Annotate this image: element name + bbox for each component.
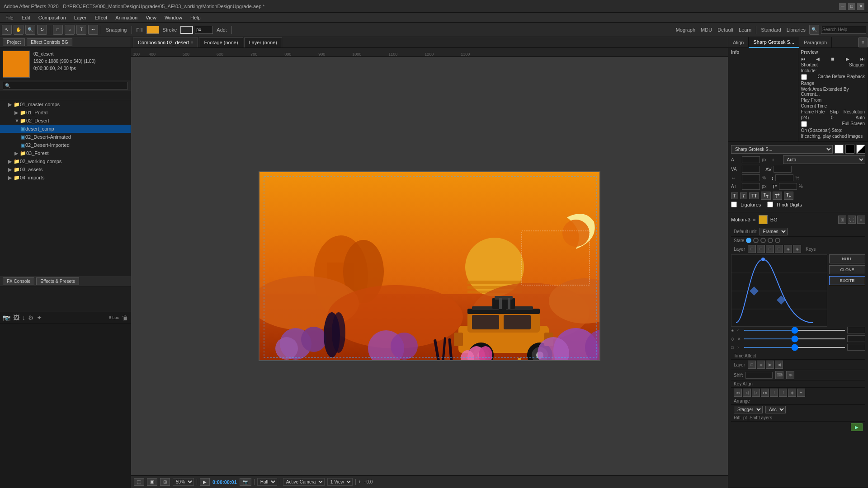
tab-character[interactable]: Sharp Grotesk S... [749,37,799,48]
ligatures-checkbox[interactable] [731,202,737,207]
menu-window[interactable]: Window [161,14,186,21]
prev-frame-icon[interactable]: ⏮ [801,56,806,61]
delete-icon[interactable]: 🗑 [122,314,128,321]
lc-icon-2[interactable]: ◈ [757,361,765,369]
show-channel-button[interactable]: ▣ [147,478,157,486]
state-4[interactable] [768,238,773,243]
state-3[interactable] [760,238,766,243]
hand-tool[interactable]: ✋ [14,25,24,35]
smallcaps-btn[interactable]: TT [761,192,770,200]
allcaps-btn[interactable]: TT [749,192,759,199]
fullscreen-icon[interactable]: ⛶ [848,216,856,224]
lc-icon-1[interactable]: □ [748,361,756,369]
font-color-black[interactable] [845,145,854,154]
layer-icon-6[interactable]: ◈ [793,245,801,253]
pen-tool[interactable]: ✒ [88,25,98,35]
ka-btn-8[interactable]: ✦ [797,389,805,397]
tab-paragraph[interactable]: Paragraph [799,37,832,48]
state-1[interactable] [746,238,751,243]
window-controls[interactable]: ─ □ ✕ [839,3,864,10]
bold-btn[interactable]: T [731,192,738,199]
tree-item-portal[interactable]: ▶ 📁 01_Portal [0,108,131,117]
tree-item-desert-imp[interactable]: ▣ 02_Desert-Imported [0,141,131,149]
tab-align[interactable]: Align [728,37,749,48]
tree-item-assets[interactable]: ▶ 📁 03_assets [0,165,131,174]
settings-icon[interactable]: ⚙ [28,314,34,321]
val-slider-3[interactable] [744,347,845,348]
ka-btn-2[interactable]: ◁ [743,389,751,397]
preview-controls[interactable]: ⏮ ◀ ⏹ ▶ ⏭ [801,56,865,61]
menu-effect[interactable]: Effect [91,14,111,21]
italic-btn[interactable]: T [740,192,747,199]
menu-layer[interactable]: Layer [71,14,90,21]
menu-view[interactable]: View [142,14,160,21]
project-tree[interactable]: ▶ 📁 01_master-comps ▶ 📁 01_Portal ▼ 📁 02… [0,100,131,276]
null-button[interactable]: NULL [829,254,865,263]
ka-btn-4[interactable]: ⏭ [761,389,769,397]
font-color-gradient[interactable] [856,145,865,154]
tab-effect-controls[interactable]: Effect Controls BG [27,38,72,46]
close-composition-tab[interactable]: ≡ [191,40,193,45]
minimize-button[interactable]: ─ [839,3,846,10]
search-input[interactable] [3,82,128,89]
menu-animation[interactable]: Animation [112,14,141,21]
leading-select[interactable]: Auto [783,155,865,164]
tab-project[interactable]: Project [3,38,25,46]
state-2[interactable] [753,238,759,243]
new-folder-icon[interactable]: 📷 [3,314,10,321]
transparency-button[interactable]: ⊞ [160,478,170,486]
lc-icon-4[interactable]: ◀ [775,361,783,369]
layer-icon-2[interactable]: □ [757,245,765,253]
shift-expand-icon[interactable]: ≫ [786,371,794,379]
text-tool[interactable]: T [76,25,86,35]
state-5[interactable] [775,238,780,243]
select-tool[interactable]: ↖ [2,25,12,35]
tree-item-imports[interactable]: ▶ 📁 04_imports [0,174,131,182]
view-select[interactable]: 1 View [327,478,353,486]
tab-fx-console[interactable]: FX Console [3,277,34,285]
maximize-button[interactable]: □ [848,3,855,10]
tab-layer[interactable]: Layer (none) [244,38,282,47]
expand-icon[interactable]: ⊞ [838,216,846,224]
default-unit-select[interactable]: Frames [760,228,788,235]
menu-edit[interactable]: Edit [18,14,34,21]
menu-composition[interactable]: Composition [35,14,70,21]
stroke-width[interactable] [195,26,213,34]
script-icon[interactable]: ✦ [37,314,42,321]
baseline-input[interactable]: 0 [742,183,760,190]
new-comp-icon[interactable]: ↓ [22,314,25,321]
settings-icon-m3[interactable]: ≡ [857,216,865,224]
cache-checkbox[interactable] [801,74,807,80]
val-input-1[interactable]: 71 [847,327,865,333]
tree-item-master[interactable]: ▶ 📁 01_master-comps [0,100,131,108]
scale-v-input[interactable]: 100 [775,174,793,181]
kerning-input[interactable] [742,166,760,173]
next-btn[interactable]: ▶ [846,56,849,61]
super-btn[interactable]: T+ [773,192,782,200]
layer-icon-3[interactable]: □ [766,245,774,253]
ka-btn-7[interactable]: ◈ [788,389,796,397]
ellipse-tool[interactable]: ○ [65,25,75,35]
snapshot-button[interactable]: 📷 [240,478,251,486]
font-size-input[interactable]: 41 [742,156,760,163]
playback-button[interactable]: ▶ [200,478,210,486]
fill-color[interactable] [146,26,159,34]
font-select[interactable]: Sharp Grotesk S... [731,145,833,154]
zoom-tool[interactable]: 🔍 [25,25,35,35]
layer-icon-1[interactable]: □ [748,245,756,253]
next-frame-icon[interactable]: ⏭ [860,56,865,61]
hindi-checkbox[interactable] [767,202,773,207]
tree-item-forest[interactable]: ▶ 📁 03_Forest [0,149,131,157]
menu-file[interactable]: File [2,14,17,21]
import-icon[interactable]: 🖼 [13,314,19,321]
layer-icon-4[interactable]: □ [775,245,783,253]
val-slider-2[interactable] [744,338,845,339]
prev-btn[interactable]: ◀ [816,56,820,61]
shift-key-icon[interactable]: ⌨ [775,371,783,379]
tab-effects-presets[interactable]: Effects & Presets [36,277,79,285]
tab-footage[interactable]: Footage (none) [199,38,243,47]
rotate-tool[interactable]: ↻ [37,25,47,35]
search-help-input[interactable] [821,26,866,34]
clone-button[interactable]: CLONE [829,265,865,274]
lc-icon-3[interactable]: ▶ [766,361,774,369]
